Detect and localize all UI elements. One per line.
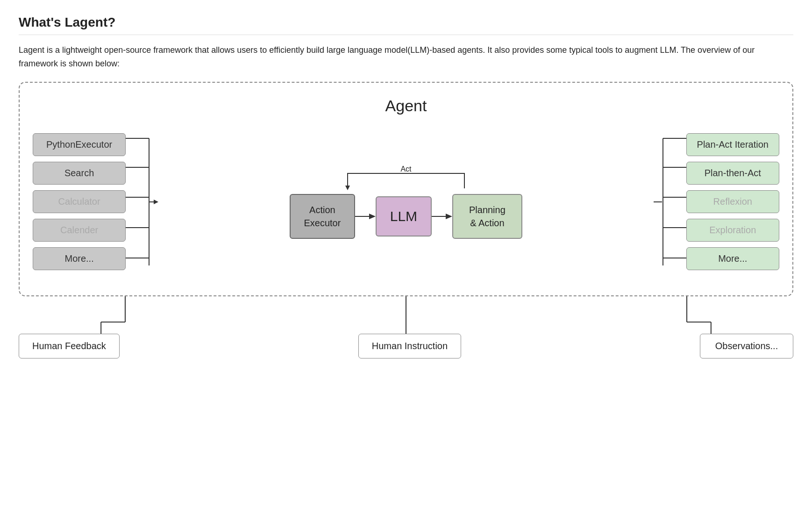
strategy-plan-act-iteration: Plan-Act Iteration <box>686 133 779 156</box>
svg-text:Act: Act <box>400 165 412 173</box>
right-bracket-connector <box>654 122 686 281</box>
human-instruction-box: Human Instruction <box>358 334 461 358</box>
pipeline-layout: Act ActionExecutor <box>158 165 653 239</box>
pipeline-center: Act ActionExecutor <box>158 165 653 239</box>
diagram-main-row: PythonExecutor Search Calculator Calende… <box>33 122 779 281</box>
svg-marker-9 <box>345 186 350 190</box>
diagram-wrapper: Agent PythonExecutor Search Calculator C… <box>19 82 793 358</box>
human-feedback-box: Human Feedback <box>19 334 120 358</box>
agent-label: Agent <box>33 97 779 115</box>
tool-calculator: Calculator <box>33 190 126 213</box>
tool-search: Search <box>33 162 126 185</box>
tool-more: More... <box>33 247 126 270</box>
bottom-section: Human Feedback Human Instruction Observa… <box>19 296 793 358</box>
arrow-llm-planning <box>432 207 452 226</box>
strategies-column: Plan-Act Iteration Plan-then-Act Reflexi… <box>686 133 779 270</box>
svg-marker-13 <box>446 214 452 219</box>
action-executor-box: ActionExecutor <box>290 194 355 239</box>
pipeline-boxes-row: ActionExecutor LLM <box>290 194 522 239</box>
svg-marker-7 <box>154 200 158 204</box>
tool-calender: Calender <box>33 219 126 242</box>
strategy-plan-then-act: Plan-then-Act <box>686 162 779 185</box>
planning-action-box: Planning& Action <box>452 194 522 239</box>
strategy-reflexion: Reflexion <box>686 190 779 213</box>
agent-box: Agent PythonExecutor Search Calculator C… <box>19 82 793 296</box>
llm-box: LLM <box>376 196 432 236</box>
left-bracket-connector <box>126 122 158 281</box>
tool-python-executor: PythonExecutor <box>33 133 126 156</box>
arrow-ae-llm <box>355 207 376 226</box>
svg-marker-11 <box>369 214 376 219</box>
observations-box: Observations... <box>700 334 793 358</box>
act-arc-svg: Act <box>320 165 492 188</box>
strategy-exploration: Exploration <box>686 219 779 242</box>
tools-column: PythonExecutor Search Calculator Calende… <box>33 133 126 270</box>
strategy-more: More... <box>686 247 779 270</box>
bottom-connector-svg <box>19 296 793 334</box>
bottom-boxes-row: Human Feedback Human Instruction Observa… <box>19 334 793 358</box>
page-title: What's Lagent? <box>19 15 793 35</box>
act-arc-area: Act <box>320 165 492 188</box>
intro-text: Lagent is a lightweight open-source fram… <box>19 43 793 71</box>
